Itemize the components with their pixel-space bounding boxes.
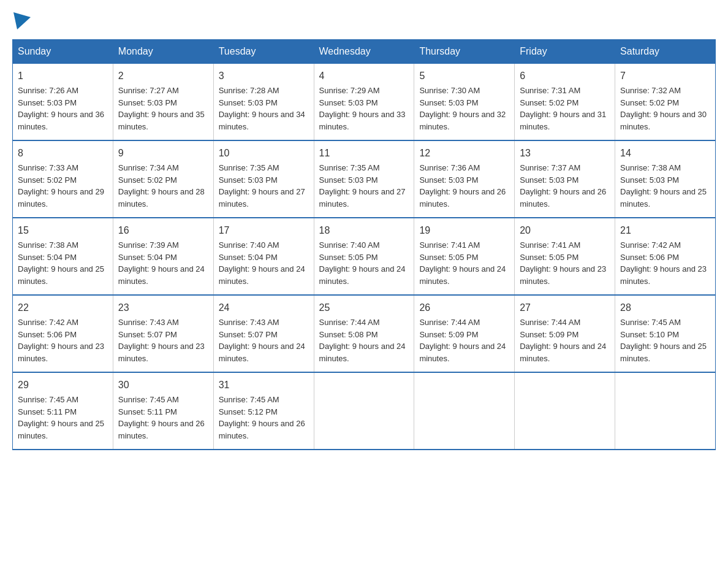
day-sunset: Sunset: 5:03 PM	[620, 175, 679, 185]
day-daylight: Daylight: 9 hours and 34 minutes.	[219, 110, 305, 131]
day-sunrise: Sunrise: 7:43 AM	[219, 318, 279, 327]
calendar-day-cell: 18 Sunrise: 7:40 AM Sunset: 5:05 PM Dayl…	[314, 218, 414, 295]
day-sunset: Sunset: 5:05 PM	[520, 253, 578, 262]
day-daylight: Daylight: 9 hours and 24 minutes.	[219, 342, 305, 363]
day-number: 8	[18, 146, 108, 161]
calendar-day-cell: 26 Sunrise: 7:44 AM Sunset: 5:09 PM Dayl…	[414, 295, 515, 372]
day-daylight: Daylight: 9 hours and 36 minutes.	[18, 110, 104, 131]
day-sunset: Sunset: 5:05 PM	[419, 253, 478, 262]
day-sunrise: Sunrise: 7:32 AM	[620, 86, 681, 95]
calendar-day-cell: 29 Sunrise: 7:45 AM Sunset: 5:11 PM Dayl…	[13, 372, 113, 450]
day-sunset: Sunset: 5:04 PM	[219, 253, 278, 262]
day-sunrise: Sunrise: 7:40 AM	[219, 240, 279, 250]
day-number: 1	[18, 69, 108, 83]
day-sunrise: Sunrise: 7:44 AM	[419, 318, 480, 327]
calendar-day-cell: 21 Sunrise: 7:42 AM Sunset: 5:06 PM Dayl…	[615, 218, 716, 295]
calendar-header-saturday: Saturday	[615, 40, 716, 64]
day-sunset: Sunset: 5:03 PM	[520, 175, 578, 185]
day-sunset: Sunset: 5:02 PM	[520, 98, 578, 107]
day-daylight: Daylight: 9 hours and 33 minutes.	[319, 110, 406, 131]
day-sunset: Sunset: 5:06 PM	[18, 330, 77, 339]
day-number: 19	[419, 223, 509, 238]
day-sunset: Sunset: 5:05 PM	[319, 253, 378, 262]
day-daylight: Daylight: 9 hours and 25 minutes.	[18, 264, 104, 286]
logo	[12, 12, 34, 27]
calendar-day-cell: 10 Sunrise: 7:35 AM Sunset: 5:03 PM Dayl…	[213, 140, 314, 218]
day-sunrise: Sunrise: 7:43 AM	[118, 318, 179, 327]
calendar-header-wednesday: Wednesday	[314, 40, 414, 64]
day-number: 4	[319, 69, 409, 83]
day-sunrise: Sunrise: 7:30 AM	[419, 86, 480, 95]
day-daylight: Daylight: 9 hours and 31 minutes.	[520, 110, 606, 131]
day-sunset: Sunset: 5:02 PM	[18, 175, 77, 185]
day-number: 11	[319, 146, 409, 161]
day-sunrise: Sunrise: 7:41 AM	[419, 240, 480, 250]
calendar-day-cell: 30 Sunrise: 7:45 AM Sunset: 5:11 PM Dayl…	[113, 372, 213, 450]
day-daylight: Daylight: 9 hours and 23 minutes.	[520, 264, 606, 286]
day-number: 10	[219, 146, 309, 161]
day-sunset: Sunset: 5:02 PM	[620, 98, 679, 107]
calendar-day-cell	[615, 372, 716, 450]
day-daylight: Daylight: 9 hours and 25 minutes.	[620, 342, 707, 363]
calendar-week-row: 8 Sunrise: 7:33 AM Sunset: 5:02 PM Dayli…	[13, 140, 716, 218]
page-header	[12, 12, 716, 27]
calendar-header-sunday: Sunday	[13, 40, 113, 64]
day-sunrise: Sunrise: 7:37 AM	[520, 163, 580, 172]
day-sunrise: Sunrise: 7:28 AM	[219, 86, 279, 95]
calendar-day-cell: 1 Sunrise: 7:26 AM Sunset: 5:03 PM Dayli…	[13, 64, 113, 141]
day-sunrise: Sunrise: 7:38 AM	[18, 240, 78, 250]
day-number: 29	[18, 378, 108, 393]
calendar-day-cell	[314, 372, 414, 450]
day-sunrise: Sunrise: 7:40 AM	[319, 240, 380, 250]
day-sunset: Sunset: 5:04 PM	[18, 253, 77, 262]
calendar-day-cell: 8 Sunrise: 7:33 AM Sunset: 5:02 PM Dayli…	[13, 140, 113, 218]
calendar-day-cell: 20 Sunrise: 7:41 AM Sunset: 5:05 PM Dayl…	[515, 218, 615, 295]
day-number: 26	[419, 301, 509, 315]
day-sunset: Sunset: 5:03 PM	[319, 175, 378, 185]
day-daylight: Daylight: 9 hours and 26 minutes.	[118, 419, 205, 440]
day-sunset: Sunset: 5:08 PM	[319, 330, 378, 339]
calendar-day-cell: 13 Sunrise: 7:37 AM Sunset: 5:03 PM Dayl…	[515, 140, 615, 218]
day-sunrise: Sunrise: 7:35 AM	[219, 163, 279, 172]
day-number: 13	[520, 146, 610, 161]
day-number: 16	[118, 223, 208, 238]
day-daylight: Daylight: 9 hours and 24 minutes.	[319, 342, 406, 363]
day-daylight: Daylight: 9 hours and 27 minutes.	[319, 187, 406, 209]
day-sunset: Sunset: 5:04 PM	[118, 253, 177, 262]
day-daylight: Daylight: 9 hours and 24 minutes.	[319, 264, 406, 286]
day-sunset: Sunset: 5:03 PM	[18, 98, 77, 107]
day-sunset: Sunset: 5:09 PM	[419, 330, 478, 339]
day-number: 22	[18, 301, 108, 315]
calendar-header-tuesday: Tuesday	[213, 40, 314, 64]
day-sunrise: Sunrise: 7:45 AM	[118, 395, 179, 404]
day-sunrise: Sunrise: 7:31 AM	[520, 86, 580, 95]
day-sunset: Sunset: 5:10 PM	[620, 330, 679, 339]
day-daylight: Daylight: 9 hours and 23 minutes.	[118, 342, 205, 363]
day-number: 12	[419, 146, 509, 161]
calendar-day-cell: 25 Sunrise: 7:44 AM Sunset: 5:08 PM Dayl…	[314, 295, 414, 372]
day-sunrise: Sunrise: 7:34 AM	[118, 163, 179, 172]
day-number: 6	[520, 69, 610, 83]
day-sunrise: Sunrise: 7:35 AM	[319, 163, 380, 172]
calendar-day-cell: 19 Sunrise: 7:41 AM Sunset: 5:05 PM Dayl…	[414, 218, 515, 295]
day-sunrise: Sunrise: 7:39 AM	[118, 240, 179, 250]
day-daylight: Daylight: 9 hours and 26 minutes.	[219, 419, 305, 440]
logo-triangle-icon	[13, 12, 31, 29]
day-sunrise: Sunrise: 7:44 AM	[520, 318, 580, 327]
day-sunset: Sunset: 5:03 PM	[419, 98, 478, 107]
day-sunset: Sunset: 5:11 PM	[18, 407, 77, 416]
calendar-day-cell: 22 Sunrise: 7:42 AM Sunset: 5:06 PM Dayl…	[13, 295, 113, 372]
calendar-week-row: 15 Sunrise: 7:38 AM Sunset: 5:04 PM Dayl…	[13, 218, 716, 295]
day-sunset: Sunset: 5:02 PM	[118, 175, 177, 185]
day-daylight: Daylight: 9 hours and 26 minutes.	[520, 187, 606, 209]
calendar-day-cell: 12 Sunrise: 7:36 AM Sunset: 5:03 PM Dayl…	[414, 140, 515, 218]
day-number: 5	[419, 69, 509, 83]
day-daylight: Daylight: 9 hours and 25 minutes.	[18, 419, 104, 440]
day-number: 21	[620, 223, 710, 238]
day-sunrise: Sunrise: 7:27 AM	[118, 86, 179, 95]
day-daylight: Daylight: 9 hours and 27 minutes.	[219, 187, 305, 209]
calendar-header-thursday: Thursday	[414, 40, 515, 64]
day-sunset: Sunset: 5:12 PM	[219, 407, 278, 416]
day-sunrise: Sunrise: 7:36 AM	[419, 163, 480, 172]
day-number: 30	[118, 378, 208, 393]
